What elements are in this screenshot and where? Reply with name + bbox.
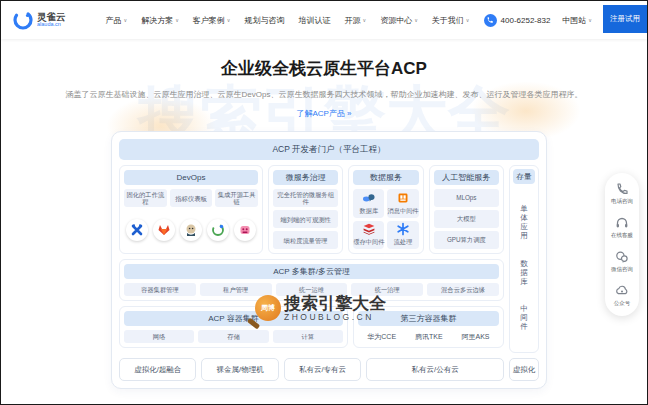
chevron-down-icon: ∨: [227, 17, 231, 23]
data-service-cell: 缓存中间件: [353, 221, 384, 250]
devops-tools-row: [124, 211, 258, 249]
stock-char: 体: [520, 213, 528, 222]
chevron-down-icon: ∨: [363, 17, 367, 23]
nav-item-开源[interactable]: 开源∨: [345, 15, 367, 26]
feature-chip: GPU算力调度: [434, 231, 499, 249]
nav-item-label: 解决方案: [141, 15, 173, 26]
nav-item-label: 客户案例: [193, 15, 225, 26]
data-service-grid: 数据库消息中间件缓存中间件流处理: [353, 189, 418, 249]
stock-char: 库: [520, 277, 528, 286]
acp-architecture-diagram: ACP 开发者门户（平台工程）DevOps固化的工作流程指标仪表板集成开源工具链…: [111, 131, 547, 389]
multicloud-chips: 容器集群管理租户管理统一运维统一治理混合云多云边缘: [124, 283, 499, 296]
column-数据服务: 数据服务数据库消息中间件缓存中间件流处理: [348, 165, 423, 254]
nav-item-解决方案[interactable]: 解决方案∨: [141, 15, 179, 26]
nav-item-关于我们[interactable]: 关于我们∨: [432, 15, 470, 26]
devops-chips: 固化的工作流程指标仪表板集成开源工具链: [124, 189, 258, 207]
chevron-down-icon: ∨: [175, 17, 179, 23]
cell-label: 数据库: [360, 207, 379, 216]
infra-item: 私有云/公有云: [366, 358, 504, 381]
chevron-down-icon: ∨: [124, 17, 128, 23]
float-item-label: 微信咨询: [611, 266, 633, 273]
acp-cluster-box: ACP 容器集群网络存储计算: [119, 306, 348, 348]
register-trial-button[interactable]: 注册试用: [603, 5, 647, 33]
float-item-label: 公众号: [614, 300, 631, 307]
float-item-label: 电话咨询: [611, 198, 633, 205]
feature-chip: 固化的工作流程: [124, 189, 167, 207]
database-icon: [362, 191, 376, 205]
data-service-cell: 流处理: [387, 221, 418, 250]
phone-icon: [615, 182, 629, 196]
top-navigation-bar: 灵雀云 alauda.cn 产品∨解决方案∨客户案例∨规划与咨询培训认证开源∨资…: [1, 1, 647, 39]
data-service-cell: 消息中间件: [387, 189, 418, 218]
nav-item-规划与咨询[interactable]: 规划与咨询: [245, 15, 285, 26]
stock-group: 中间件: [520, 304, 528, 331]
diagram-middle: DevOps固化的工作流程指标仪表板集成开源工具链微服务治理完全托管的微服务组件…: [119, 165, 539, 353]
third-party-cluster-box: 第三方容器集群华为CCE腾讯TKE阿里AKS: [353, 306, 504, 348]
cell-label: 消息中间件: [388, 207, 419, 216]
stock-char: 中: [520, 304, 528, 313]
headset-icon: [615, 216, 629, 230]
column-header: 微服务治理: [273, 170, 338, 185]
float-item-在线客服[interactable]: 在线客服: [611, 216, 633, 239]
region-selector[interactable]: 中国站 ∨: [562, 15, 592, 26]
page-title: 企业级全栈云原生平台ACP: [1, 57, 647, 80]
sonarqube-icon: [207, 219, 229, 241]
feature-chip: 网络: [124, 330, 194, 343]
nav-item-label: 资源中心: [380, 15, 412, 26]
infra-item: 裸金属/物理机: [201, 358, 278, 381]
stock-char: 据: [520, 268, 528, 277]
learn-acp-link[interactable]: 了解ACP产品 »: [296, 108, 351, 119]
nav-item-资源中心[interactable]: 资源中心∨: [380, 15, 418, 26]
float-item-label: 在线客服: [611, 232, 633, 239]
alauda-logo-icon: [13, 10, 33, 30]
column-header: DevOps: [124, 170, 258, 185]
nav-item-客户案例[interactable]: 客户案例∨: [193, 15, 231, 26]
float-item-电话咨询[interactable]: 电话咨询: [611, 182, 633, 205]
page-subtitle: 涵盖了云原生基础设施、云原生应用治理、云原生DevOps、云原生数据服务四大技术…: [1, 89, 647, 100]
stock-char: 单: [520, 204, 528, 213]
contact-float-toolbar: 电话咨询在线客服微信咨询公众号: [605, 173, 639, 316]
float-item-微信咨询[interactable]: 微信咨询: [611, 250, 633, 273]
stock-char: 件: [520, 322, 528, 331]
feature-chip: 集成开源工具链: [215, 189, 258, 207]
third-party-item: 腾讯TKE: [415, 332, 443, 342]
third-party-items: 华为CCE腾讯TKE阿里AKS: [358, 330, 499, 343]
third-party-header: 第三方容器集群: [358, 311, 499, 326]
phone-number: 400-6252-832: [501, 16, 551, 25]
tekton-icon: [234, 219, 256, 241]
mq-icon: [396, 191, 410, 205]
float-item-公众号[interactable]: 公众号: [614, 284, 631, 307]
multicloud-box: ACP 多集群/多云管理容器集群管理租户管理统一运维统一治理混合云多云边缘: [119, 259, 504, 301]
feature-chip: 细粒度流量管理: [273, 231, 338, 249]
feature-chip: 租户管理: [200, 283, 272, 296]
chevron-down-icon: ∨: [588, 17, 592, 23]
brand-domain: alauda.cn: [37, 22, 66, 28]
chevron-down-icon: ∨: [414, 17, 418, 23]
stock-char: 间: [520, 313, 528, 322]
stock-header: 存量: [513, 169, 535, 184]
data-service-cell: 数据库: [353, 189, 384, 218]
feature-chip: 指标仪表板: [170, 189, 213, 207]
feature-chip: 混合云多云边缘: [427, 283, 499, 296]
feature-chip: 统一运维: [276, 283, 348, 296]
feature-chip: 完全托管的微服务组件: [273, 189, 338, 207]
nav-item-label: 产品: [106, 15, 122, 26]
infra-item: 虚拟化/超融合: [119, 358, 196, 381]
column-DevOps: DevOps固化的工作流程指标仪表板集成开源工具链: [119, 165, 263, 254]
brand-logo[interactable]: 灵雀云 alauda.cn: [13, 10, 66, 30]
gitlab-icon: [153, 219, 175, 241]
multicloud-header: ACP 多集群/多云管理: [124, 264, 499, 279]
infra-item: 私有云/专有云: [284, 358, 361, 381]
account-icon: [615, 284, 629, 298]
infra-item: 虚拟化: [509, 358, 539, 381]
redis-icon: [362, 222, 376, 236]
nav-item-培训认证[interactable]: 培训认证: [299, 15, 331, 26]
nav-item-产品[interactable]: 产品∨: [106, 15, 128, 26]
nav-item-label: 关于我们: [432, 15, 464, 26]
feature-chip: MLOps: [434, 189, 499, 207]
phone-contact: 400-6252-832: [484, 14, 551, 27]
stock-groups: 单体应用数据库中间件: [520, 186, 528, 349]
acp-cluster-chips: 网络存储计算: [124, 330, 343, 343]
jenkins-icon: [180, 219, 202, 241]
phone-icon: [484, 14, 497, 27]
